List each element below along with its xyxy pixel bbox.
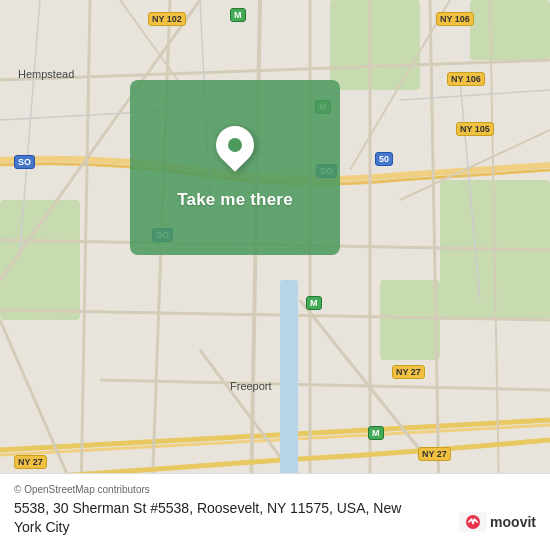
svg-rect-1 <box>0 200 80 320</box>
location-pin <box>208 118 262 172</box>
svg-rect-5 <box>380 280 440 360</box>
svg-rect-2 <box>330 0 420 90</box>
take-me-there-button[interactable]: Take me there <box>169 186 301 214</box>
badge-so-1: SO <box>14 155 35 169</box>
badge-ny27-1: NY 27 <box>14 455 47 469</box>
svg-rect-31 <box>280 280 298 480</box>
badge-ny105: NY 105 <box>456 122 494 136</box>
map-container: Hempstead Freeport NY 102 NY 106 NY 106 … <box>0 0 550 550</box>
moovit-icon <box>459 512 487 532</box>
svg-rect-4 <box>470 0 550 60</box>
badge-m-1: M <box>230 8 246 22</box>
badge-m-3: M <box>306 296 322 310</box>
badge-ny106-1: NY 106 <box>436 12 474 26</box>
badge-m-4: M <box>368 426 384 440</box>
badge-ny27-3: NY 27 <box>418 447 451 461</box>
copyright-text: © OpenStreetMap contributors <box>14 484 536 495</box>
moovit-text: moovit <box>490 514 536 530</box>
address-text: 5538, 30 Sherman St #5538, Roosevelt, NY… <box>14 499 414 538</box>
info-bar: © OpenStreetMap contributors 5538, 30 Sh… <box>0 473 550 550</box>
location-overlay: Take me there <box>130 80 340 255</box>
location-pin-inner <box>228 138 242 152</box>
badge-50: 50 <box>375 152 393 166</box>
moovit-logo: moovit <box>459 512 536 532</box>
badge-ny27-2: NY 27 <box>392 365 425 379</box>
badge-ny106-2: NY 106 <box>447 72 485 86</box>
badge-ny102: NY 102 <box>148 12 186 26</box>
